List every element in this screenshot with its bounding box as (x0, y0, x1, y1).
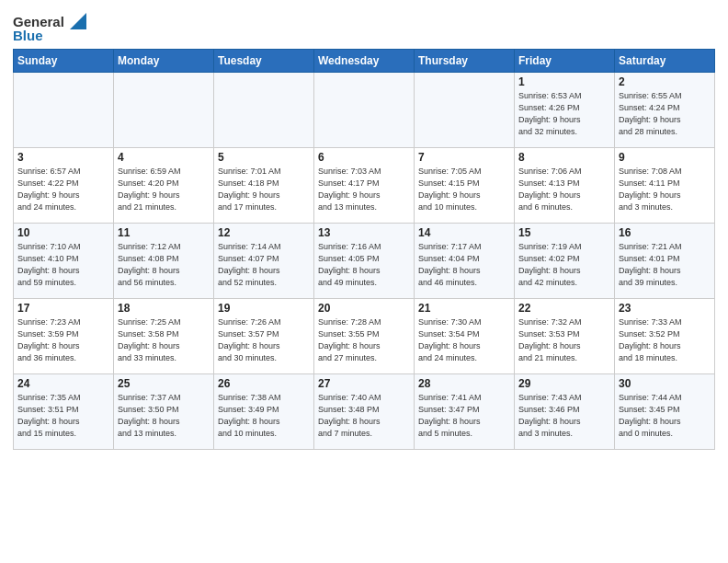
weekday-header-row: SundayMondayTuesdayWednesdayThursdayFrid… (14, 50, 715, 73)
day-info: Sunrise: 7:23 AM Sunset: 3:59 PM Dayligh… (17, 316, 109, 364)
calendar-cell: 24Sunrise: 7:35 AM Sunset: 3:51 PM Dayli… (14, 374, 114, 450)
day-info: Sunrise: 7:40 AM Sunset: 3:48 PM Dayligh… (318, 392, 410, 440)
calendar-cell (314, 73, 415, 148)
day-number: 13 (318, 226, 410, 239)
day-number: 8 (518, 151, 610, 164)
day-info: Sunrise: 7:12 AM Sunset: 4:08 PM Dayligh… (118, 241, 210, 289)
day-info: Sunrise: 7:10 AM Sunset: 4:10 PM Dayligh… (17, 241, 109, 289)
calendar-cell: 7Sunrise: 7:05 AM Sunset: 4:15 PM Daylig… (415, 148, 515, 224)
day-number: 26 (218, 377, 310, 390)
page-container: General Blue SundayMondayTuesdayWednesda… (0, 0, 728, 457)
calendar-cell: 21Sunrise: 7:30 AM Sunset: 3:54 PM Dayli… (415, 299, 515, 374)
weekday-header-thursday: Thursday (415, 50, 515, 73)
day-info: Sunrise: 6:53 AM Sunset: 4:26 PM Dayligh… (518, 90, 610, 138)
calendar-cell (415, 73, 515, 148)
day-info: Sunrise: 7:03 AM Sunset: 4:17 PM Dayligh… (318, 166, 410, 213)
weekday-header-saturday: Saturday (615, 50, 715, 73)
calendar-cell: 28Sunrise: 7:41 AM Sunset: 3:47 PM Dayli… (415, 374, 515, 450)
calendar-cell: 23Sunrise: 7:33 AM Sunset: 3:52 PM Dayli… (615, 299, 715, 374)
day-number: 1 (518, 75, 610, 88)
calendar-cell: 13Sunrise: 7:16 AM Sunset: 4:05 PM Dayli… (314, 224, 415, 299)
day-info: Sunrise: 7:21 AM Sunset: 4:01 PM Dayligh… (619, 241, 711, 289)
day-info: Sunrise: 7:16 AM Sunset: 4:05 PM Dayligh… (318, 241, 410, 289)
calendar-cell: 1Sunrise: 6:53 AM Sunset: 4:26 PM Daylig… (515, 73, 615, 148)
calendar-cell: 14Sunrise: 7:17 AM Sunset: 4:04 PM Dayli… (415, 224, 515, 299)
page-header: General Blue (13, 9, 715, 43)
day-number: 22 (518, 302, 610, 315)
day-number: 14 (418, 226, 510, 239)
day-info: Sunrise: 7:43 AM Sunset: 3:46 PM Dayligh… (518, 392, 610, 440)
calendar-header: SundayMondayTuesdayWednesdayThursdayFrid… (14, 50, 715, 73)
day-info: Sunrise: 7:44 AM Sunset: 3:45 PM Dayligh… (619, 392, 711, 440)
day-number: 21 (418, 302, 510, 315)
day-info: Sunrise: 7:30 AM Sunset: 3:54 PM Dayligh… (418, 316, 510, 364)
day-number: 17 (17, 302, 109, 315)
day-number: 9 (619, 151, 711, 164)
day-info: Sunrise: 7:01 AM Sunset: 4:18 PM Dayligh… (218, 166, 310, 213)
calendar-week-1: 1Sunrise: 6:53 AM Sunset: 4:26 PM Daylig… (14, 73, 715, 148)
weekday-header-monday: Monday (114, 50, 214, 73)
calendar-cell: 4Sunrise: 6:59 AM Sunset: 4:20 PM Daylig… (114, 148, 214, 224)
calendar-cell: 9Sunrise: 7:08 AM Sunset: 4:11 PM Daylig… (615, 148, 715, 224)
day-number: 2 (619, 75, 711, 88)
day-number: 25 (118, 377, 210, 390)
day-info: Sunrise: 7:32 AM Sunset: 3:53 PM Dayligh… (518, 316, 610, 364)
calendar-table: SundayMondayTuesdayWednesdayThursdayFrid… (13, 49, 715, 450)
day-info: Sunrise: 7:26 AM Sunset: 3:57 PM Dayligh… (218, 316, 310, 364)
calendar-cell: 5Sunrise: 7:01 AM Sunset: 4:18 PM Daylig… (214, 148, 314, 224)
calendar-cell: 15Sunrise: 7:19 AM Sunset: 4:02 PM Dayli… (515, 224, 615, 299)
calendar-cell: 26Sunrise: 7:38 AM Sunset: 3:49 PM Dayli… (214, 374, 314, 450)
calendar-cell: 20Sunrise: 7:28 AM Sunset: 3:55 PM Dayli… (314, 299, 415, 374)
weekday-header-wednesday: Wednesday (314, 50, 415, 73)
logo-icon (66, 13, 86, 29)
calendar-cell: 30Sunrise: 7:44 AM Sunset: 3:45 PM Dayli… (615, 374, 715, 450)
calendar-cell: 17Sunrise: 7:23 AM Sunset: 3:59 PM Dayli… (14, 299, 114, 374)
day-info: Sunrise: 7:05 AM Sunset: 4:15 PM Dayligh… (418, 166, 510, 213)
day-info: Sunrise: 7:35 AM Sunset: 3:51 PM Dayligh… (17, 392, 109, 440)
calendar-cell (14, 73, 114, 148)
day-number: 3 (17, 151, 109, 164)
day-number: 20 (318, 302, 410, 315)
logo-general-text: General (13, 14, 64, 29)
day-number: 15 (518, 226, 610, 239)
weekday-header-sunday: Sunday (14, 50, 114, 73)
day-number: 12 (218, 226, 310, 239)
day-number: 19 (218, 302, 310, 315)
calendar-cell: 10Sunrise: 7:10 AM Sunset: 4:10 PM Dayli… (14, 224, 114, 299)
calendar-cell: 3Sunrise: 6:57 AM Sunset: 4:22 PM Daylig… (14, 148, 114, 224)
svg-marker-0 (70, 13, 86, 29)
day-number: 11 (118, 226, 210, 239)
calendar-cell (114, 73, 214, 148)
day-number: 6 (318, 151, 410, 164)
calendar-cell: 8Sunrise: 7:06 AM Sunset: 4:13 PM Daylig… (515, 148, 615, 224)
day-number: 30 (619, 377, 711, 390)
weekday-header-friday: Friday (515, 50, 615, 73)
calendar-week-3: 10Sunrise: 7:10 AM Sunset: 4:10 PM Dayli… (14, 224, 715, 299)
calendar-cell (214, 73, 314, 148)
logo-blue-text: Blue (13, 28, 43, 43)
calendar-body: 1Sunrise: 6:53 AM Sunset: 4:26 PM Daylig… (14, 73, 715, 450)
day-info: Sunrise: 7:14 AM Sunset: 4:07 PM Dayligh… (218, 241, 310, 289)
day-info: Sunrise: 7:25 AM Sunset: 3:58 PM Dayligh… (118, 316, 210, 364)
calendar-cell: 6Sunrise: 7:03 AM Sunset: 4:17 PM Daylig… (314, 148, 415, 224)
day-number: 7 (418, 151, 510, 164)
day-info: Sunrise: 6:59 AM Sunset: 4:20 PM Dayligh… (118, 166, 210, 213)
day-info: Sunrise: 7:33 AM Sunset: 3:52 PM Dayligh… (619, 316, 711, 364)
day-number: 27 (318, 377, 410, 390)
day-number: 23 (619, 302, 711, 315)
day-number: 16 (619, 226, 711, 239)
calendar-cell: 11Sunrise: 7:12 AM Sunset: 4:08 PM Dayli… (114, 224, 214, 299)
day-info: Sunrise: 7:38 AM Sunset: 3:49 PM Dayligh… (218, 392, 310, 440)
day-number: 18 (118, 302, 210, 315)
day-info: Sunrise: 7:41 AM Sunset: 3:47 PM Dayligh… (418, 392, 510, 440)
day-info: Sunrise: 7:06 AM Sunset: 4:13 PM Dayligh… (518, 166, 610, 213)
day-info: Sunrise: 6:55 AM Sunset: 4:24 PM Dayligh… (619, 90, 711, 138)
calendar-cell: 19Sunrise: 7:26 AM Sunset: 3:57 PM Dayli… (214, 299, 314, 374)
day-number: 4 (118, 151, 210, 164)
calendar-cell: 2Sunrise: 6:55 AM Sunset: 4:24 PM Daylig… (615, 73, 715, 148)
day-info: Sunrise: 7:17 AM Sunset: 4:04 PM Dayligh… (418, 241, 510, 289)
weekday-header-tuesday: Tuesday (214, 50, 314, 73)
day-info: Sunrise: 7:37 AM Sunset: 3:50 PM Dayligh… (118, 392, 210, 440)
day-number: 5 (218, 151, 310, 164)
day-info: Sunrise: 7:19 AM Sunset: 4:02 PM Dayligh… (518, 241, 610, 289)
